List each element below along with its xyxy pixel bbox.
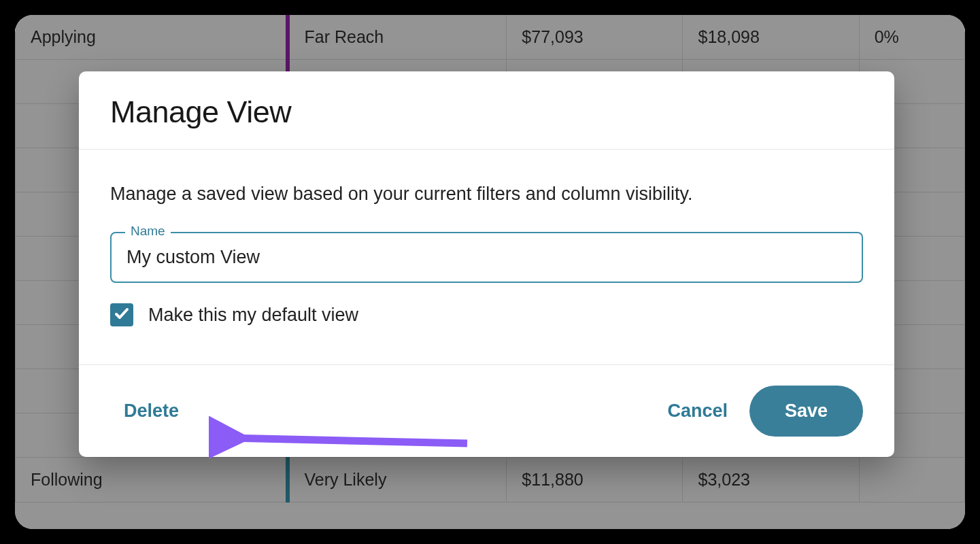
name-input[interactable] (110, 232, 863, 283)
dialog-footer: Delete Cancel Save (79, 364, 894, 457)
dialog-header: Manage View (79, 71, 894, 150)
default-view-checkbox[interactable] (110, 303, 133, 326)
dialog-description: Manage a saved view based on your curren… (110, 184, 863, 205)
dialog-body: Manage a saved view based on your curren… (79, 150, 894, 364)
check-icon (114, 305, 130, 324)
dialog-title: Manage View (110, 95, 863, 130)
delete-button[interactable]: Delete (120, 394, 183, 428)
name-field-label: Name (125, 224, 171, 239)
default-view-row: Make this my default view (110, 303, 863, 326)
save-button[interactable]: Save (749, 386, 863, 437)
manage-view-dialog: Manage View Manage a saved view based on… (79, 71, 894, 457)
default-view-label: Make this my default view (148, 305, 358, 326)
cancel-button[interactable]: Cancel (663, 394, 732, 428)
name-field: Name (110, 232, 863, 283)
app-window: Applying Far Reach $77,093 $18,098 0% Fo… (15, 15, 965, 529)
